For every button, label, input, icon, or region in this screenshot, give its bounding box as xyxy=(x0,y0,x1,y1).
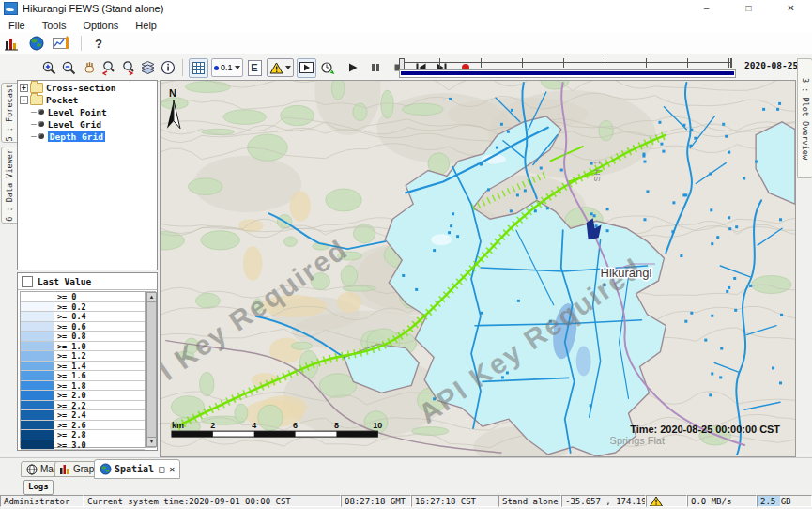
tree-item-level-grid[interactable]: ─ Level Grid xyxy=(31,118,157,130)
legend-scrollbar[interactable]: ▲ ▼ xyxy=(146,291,156,448)
legend-label: >= 2.4 xyxy=(54,410,145,420)
zoom-in-icon[interactable] xyxy=(40,59,58,77)
timer-icon[interactable] xyxy=(318,59,336,77)
tree-label: Pocket xyxy=(46,95,78,105)
legend-row[interactable]: >= 1.2 xyxy=(21,351,145,362)
tree-guide: ─ xyxy=(31,107,37,117)
legend-row[interactable]: >= 1.6 xyxy=(21,371,145,381)
contour-value: 0.1 xyxy=(221,63,233,72)
map-canvas[interactable]: API Key Required API Key Required Hikura… xyxy=(160,80,796,457)
tree-item-level-point[interactable]: ─ Level Point xyxy=(31,106,157,117)
maximize-button[interactable]: □ xyxy=(728,0,770,17)
last-value-checkbox[interactable] xyxy=(22,276,33,287)
warning-icon xyxy=(269,62,283,74)
legend-row[interactable]: >= 2.4 xyxy=(21,410,145,421)
animation-button[interactable] xyxy=(297,58,316,78)
legend-row[interactable]: >= 2.8 xyxy=(21,430,145,440)
legend-swatch xyxy=(21,440,54,450)
legend-row[interactable]: >= 2.6 xyxy=(21,421,145,431)
legend-row[interactable]: >= 3.0 xyxy=(21,440,145,451)
expander-icon[interactable]: + xyxy=(20,84,28,92)
node-bullet-icon xyxy=(38,133,44,139)
menu-file[interactable]: File xyxy=(0,20,34,31)
tab-maximize-icon[interactable]: □ xyxy=(159,464,164,474)
tab-plot-overview-label: 3 : Plot Overview xyxy=(801,78,810,160)
legend-row[interactable]: >= 1.4 xyxy=(21,362,145,372)
legend-row[interactable]: >= 0.2 xyxy=(21,302,145,313)
tree-item-cross-section[interactable]: + Cross-section xyxy=(20,82,157,93)
zoom-previous-icon[interactable] xyxy=(100,59,117,77)
warning-icon xyxy=(650,496,663,507)
tab-data-viewer[interactable]: 6 : Data Viewer xyxy=(1,147,18,224)
legend-row[interactable]: >= 1.0 xyxy=(21,342,145,352)
legend-swatch xyxy=(21,401,54,410)
menu-help[interactable]: Help xyxy=(127,20,165,31)
timeseries-icon[interactable] xyxy=(52,35,70,52)
tab-forecast-label: 5 : Forecast xyxy=(5,84,14,141)
tree-guide: ─ xyxy=(31,131,37,142)
help-button[interactable]: ? xyxy=(95,37,102,51)
tree-label: Cross-section xyxy=(46,83,115,93)
close-button[interactable]: ✕ xyxy=(770,0,812,17)
logs-button[interactable]: Logs xyxy=(23,480,54,495)
scroll-down-icon[interactable]: ▼ xyxy=(146,437,157,447)
legend-row[interactable]: >= 2.0 xyxy=(21,391,145,401)
legend-swatch xyxy=(21,332,54,341)
data-display-icon[interactable] xyxy=(3,35,22,52)
legend-row[interactable]: >= 2.2 xyxy=(21,401,145,411)
legend-row[interactable]: >= 0.8 xyxy=(21,332,145,342)
time-slider[interactable] xyxy=(399,55,740,78)
legend-swatch xyxy=(21,421,54,430)
play-button[interactable] xyxy=(345,59,362,77)
contour-value-dropdown[interactable]: 0.1 xyxy=(211,58,243,77)
legend-row[interactable]: >= 0.6 xyxy=(21,322,145,332)
legend-label: >= 2.2 xyxy=(54,401,145,410)
legend-swatch xyxy=(21,322,54,332)
pan-icon[interactable] xyxy=(80,59,98,77)
pause-button[interactable] xyxy=(367,59,385,77)
zoom-next-icon[interactable] xyxy=(119,59,137,77)
zoom-out-icon[interactable] xyxy=(60,59,78,77)
legend-swatch xyxy=(21,342,54,351)
legend-swatch xyxy=(21,302,54,312)
tab-forecast[interactable]: 5 : Forecast xyxy=(1,83,18,143)
legend-row[interactable]: >= 0 xyxy=(21,292,145,302)
menu-options[interactable]: Options xyxy=(74,20,127,31)
legend-swatch xyxy=(21,381,54,391)
time-range-bar[interactable] xyxy=(399,69,736,78)
svg-text:8: 8 xyxy=(334,421,339,430)
toolbar-separator xyxy=(182,59,183,76)
map-display-icon[interactable] xyxy=(27,35,46,52)
status-warning[interactable] xyxy=(646,495,687,507)
tab-plot-overview[interactable]: 3 : Plot Overview xyxy=(797,58,812,178)
tab-data-viewer-label: 6 : Data Viewer xyxy=(5,149,14,222)
layers-icon[interactable] xyxy=(139,59,157,77)
toolbar-separator xyxy=(81,36,82,51)
legend-label: >= 2.8 xyxy=(54,430,145,440)
tree-item-pocket[interactable]: - Pocket xyxy=(20,94,157,105)
menu-tools[interactable]: Tools xyxy=(34,20,75,31)
minimize-button[interactable]: – xyxy=(685,0,728,17)
legend-row[interactable]: >= 0.4 xyxy=(21,312,145,322)
tree-item-depth-grid[interactable]: ─ Depth Grid xyxy=(31,131,157,142)
status-mode: Stand alone xyxy=(498,495,561,507)
scrollbar-thumb[interactable] xyxy=(146,301,157,438)
legend-button[interactable]: E xyxy=(246,59,264,77)
collapse-icon[interactable]: - xyxy=(20,96,28,104)
tab-close-icon[interactable]: ✕ xyxy=(169,464,175,474)
legend-e-glyph: E xyxy=(248,60,262,76)
legend-swatch xyxy=(21,362,54,371)
warning-dropdown[interactable] xyxy=(267,58,294,77)
info-icon[interactable] xyxy=(159,59,176,77)
node-bullet-icon xyxy=(38,121,44,127)
chevron-down-icon xyxy=(285,66,291,69)
tab-spatial[interactable]: Spatial □ ✕ xyxy=(94,459,180,479)
status-download-rate: 0.0 MB/s xyxy=(687,495,757,507)
tab-spatial-label: Spatial xyxy=(115,464,154,474)
grid-display-button[interactable] xyxy=(189,58,208,78)
time-slider-track[interactable] xyxy=(399,58,732,68)
place-label: Springs Flat xyxy=(610,435,665,446)
status-user: Administrator xyxy=(0,495,84,507)
filter-tree-panel: + Cross-section - Pocket ─ Level Point ─… xyxy=(17,80,158,270)
legend-row[interactable]: >= 1.8 xyxy=(21,381,145,392)
